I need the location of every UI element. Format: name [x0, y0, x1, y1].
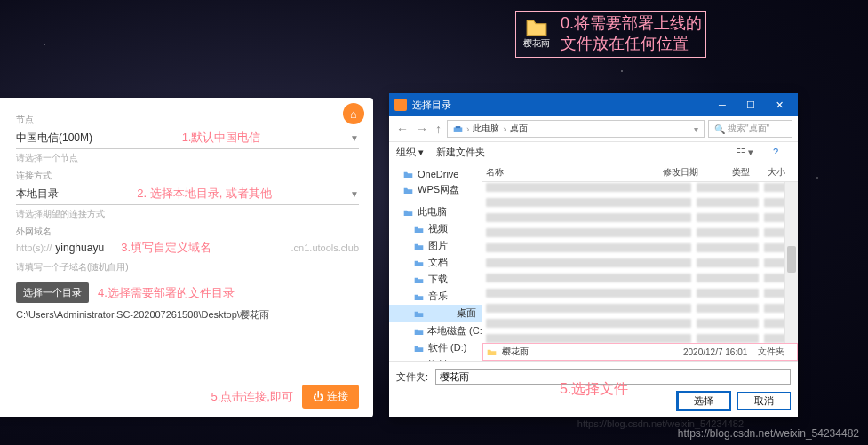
folder-icon: [403, 186, 414, 195]
scheme-text: http(s)://: [16, 242, 52, 253]
new-folder-button[interactable]: 新建文件夹: [436, 146, 485, 159]
table-row[interactable]: [486, 228, 794, 242]
folder-picker-dialog: 选择目录 ─ ☐ ✕ ← → ↑ › 此电脑 › 桌面 ▾ 🔍 搜索"桌面" 组…: [389, 93, 798, 417]
hint-text: 请选择一个节点: [16, 152, 359, 164]
table-row[interactable]: [486, 198, 794, 212]
cancel-button[interactable]: 取消: [737, 392, 791, 410]
file-list: 名称 修改日期 类型 大小 樱花雨 2020/12/7 16:01 文件夹: [482, 163, 798, 361]
annotation-2: 2. 选择本地目录, 或者其他: [137, 186, 272, 202]
folder-name-label: 文件夹:: [396, 370, 428, 384]
tree-node[interactable]: OneDrive: [389, 167, 482, 181]
deploy-config-panel: ⌂ 节点 中国电信(100M) 1.默认中国电信 ▼ 请选择一个节点 连接方式 …: [0, 98, 373, 417]
search-input[interactable]: 🔍 搜索"桌面": [708, 120, 792, 138]
folder-icon: [403, 208, 414, 217]
tree-node[interactable]: 桌面: [389, 305, 482, 322]
mode-select[interactable]: 本地目录 2. 选择本地目录, 或者其他 ▼: [16, 182, 359, 205]
home-icon[interactable]: ⌂: [343, 103, 364, 124]
watermark: https://blog.csdn.net/weixin_54234482: [678, 427, 859, 440]
table-row[interactable]: [486, 319, 794, 333]
connect-button[interactable]: ⏻ 连接: [302, 385, 359, 409]
annotation-0: 樱花雨 0.将需要部署上线的 文件放在任何位置: [515, 11, 706, 58]
chosen-path: C:\Users\Administrator.SC-202007261508\D…: [16, 308, 359, 322]
svg-rect-1: [456, 126, 461, 128]
annotation-0-text: 0.将需要部署上线的 文件放在任何位置: [561, 13, 702, 55]
annotation-3: 3.填写自定义域名: [121, 240, 211, 256]
mode-label: 连接方式: [16, 170, 359, 182]
domain-field-row: http(s):// 3.填写自定义域名 .cn1.utools.club: [16, 238, 359, 258]
nav-back-button[interactable]: ←: [394, 122, 410, 136]
dialog-titlebar[interactable]: 选择目录 ─ ☐ ✕: [389, 93, 798, 116]
folder-icon: [403, 170, 414, 179]
dialog-toolbar: 组织 ▾ 新建文件夹 ☷ ▾ ?: [389, 142, 798, 163]
table-row[interactable]: [486, 289, 794, 303]
tree-node[interactable]: 本地磁盘 (C:): [389, 322, 482, 339]
dialog-nav: ← → ↑ › 此电脑 › 桌面 ▾ 🔍 搜索"桌面": [389, 116, 798, 142]
desktop-folder-thumb: 樱花雨: [520, 17, 553, 51]
table-row[interactable]: [486, 183, 794, 197]
help-button[interactable]: ?: [773, 147, 778, 158]
folder-icon: [414, 275, 425, 284]
domain-label: 外网域名: [16, 226, 359, 238]
table-row[interactable]: [486, 334, 794, 343]
folder-icon: [414, 292, 425, 301]
tree-node[interactable]: 图片: [389, 237, 482, 254]
search-icon: 🔍: [714, 124, 725, 134]
maximize-button[interactable]: ☐: [737, 97, 764, 113]
file-rows[interactable]: [482, 182, 798, 343]
app-icon: [394, 99, 407, 111]
folder-name-input[interactable]: [435, 369, 791, 385]
folder-icon: [414, 344, 425, 353]
nav-up-button[interactable]: ↑: [434, 122, 443, 136]
hint-text: 请填写一个子域名(随机自用): [16, 261, 359, 274]
scrollbar[interactable]: [784, 182, 798, 343]
column-headers[interactable]: 名称 修改日期 类型 大小: [482, 163, 798, 182]
tree-node[interactable]: 音乐: [389, 288, 482, 305]
choose-dir-button[interactable]: 选择一个目录: [16, 282, 89, 303]
table-row[interactable]: [486, 304, 794, 318]
chevron-down-icon: ▼: [350, 189, 359, 199]
table-row[interactable]: [486, 258, 794, 273]
tree-node[interactable]: WPS网盘: [389, 181, 482, 198]
table-row[interactable]: [486, 274, 794, 288]
subdomain-input[interactable]: [55, 242, 117, 254]
annotation-1: 1.默认中国电信: [182, 130, 261, 146]
annotation-5: 5.点击连接,即可: [211, 389, 293, 405]
tree-node[interactable]: 文档: [389, 254, 482, 271]
isp-select[interactable]: 中国电信(100M) 1.默认中国电信 ▼: [16, 126, 359, 149]
node-label: 节点: [16, 114, 359, 126]
folder-icon: [414, 225, 425, 234]
tree-node[interactable]: 此电脑: [389, 203, 482, 220]
table-row[interactable]: [486, 243, 794, 258]
selected-folder-row[interactable]: 樱花雨 2020/12/7 16:01 文件夹: [482, 343, 798, 361]
dialog-title: 选择目录: [412, 99, 451, 112]
breadcrumb[interactable]: › 此电脑 › 桌面 ▾: [447, 120, 705, 138]
folder-icon: [414, 309, 425, 318]
tree-node[interactable]: 下载: [389, 271, 482, 288]
organize-menu[interactable]: 组织 ▾: [396, 146, 424, 159]
ok-button[interactable]: 选择: [677, 392, 730, 410]
nav-forward-button[interactable]: →: [414, 122, 430, 136]
tree-node[interactable]: 软件 (D:): [389, 339, 482, 356]
power-icon: ⏻: [313, 391, 323, 403]
svg-rect-0: [454, 127, 463, 132]
close-button[interactable]: ✕: [766, 97, 792, 113]
dialog-footer: 文件夹: 选择 取消: [389, 361, 798, 417]
folder-tree[interactable]: OneDriveWPS网盘此电脑视频图片文档下载音乐桌面本地磁盘 (C:)软件 …: [389, 163, 482, 361]
tree-node[interactable]: 视频: [389, 220, 482, 237]
hint-text: 请选择期望的连接方式: [16, 208, 359, 220]
annotation-4: 4.选择需要部署的文件目录: [98, 285, 235, 301]
minimize-button[interactable]: ─: [709, 97, 736, 113]
folder-icon: [414, 242, 425, 250]
view-options-button[interactable]: ☷ ▾: [737, 147, 753, 158]
domain-suffix: .cn1.utools.club: [291, 242, 359, 253]
chevron-down-icon: ▼: [350, 133, 359, 143]
folder-icon: [414, 258, 425, 267]
table-row[interactable]: [486, 213, 794, 227]
folder-icon: [414, 327, 424, 336]
